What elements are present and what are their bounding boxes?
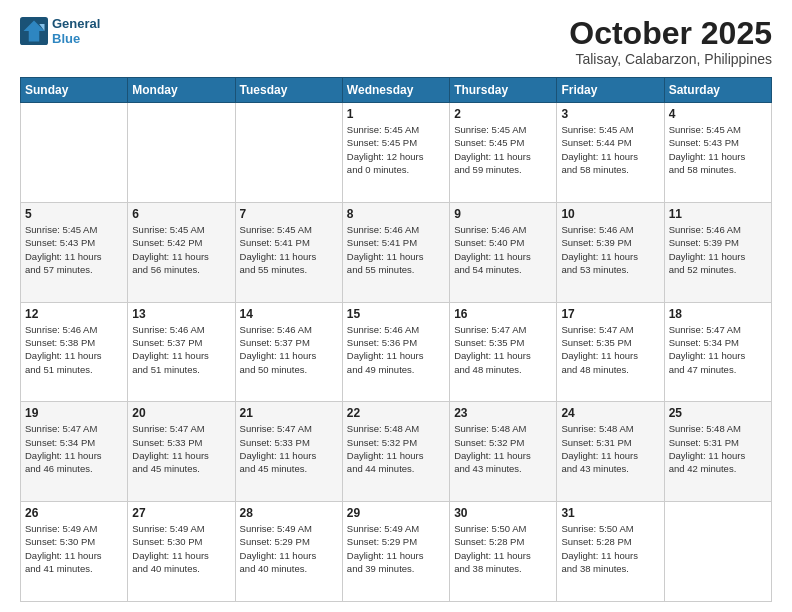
day-number: 1 bbox=[347, 107, 445, 121]
day-info: Sunrise: 5:45 AM Sunset: 5:43 PM Dayligh… bbox=[25, 223, 123, 276]
day-number: 26 bbox=[25, 506, 123, 520]
day-info: Sunrise: 5:48 AM Sunset: 5:32 PM Dayligh… bbox=[347, 422, 445, 475]
logo-icon bbox=[20, 17, 48, 45]
calendar-cell bbox=[235, 103, 342, 203]
day-info: Sunrise: 5:45 AM Sunset: 5:41 PM Dayligh… bbox=[240, 223, 338, 276]
day-number: 6 bbox=[132, 207, 230, 221]
calendar-week-2: 12Sunrise: 5:46 AM Sunset: 5:38 PM Dayli… bbox=[21, 302, 772, 402]
day-number: 16 bbox=[454, 307, 552, 321]
day-info: Sunrise: 5:49 AM Sunset: 5:29 PM Dayligh… bbox=[347, 522, 445, 575]
location: Talisay, Calabarzon, Philippines bbox=[569, 51, 772, 67]
calendar-week-3: 19Sunrise: 5:47 AM Sunset: 5:34 PM Dayli… bbox=[21, 402, 772, 502]
calendar-cell: 7Sunrise: 5:45 AM Sunset: 5:41 PM Daylig… bbox=[235, 202, 342, 302]
day-number: 24 bbox=[561, 406, 659, 420]
day-number: 7 bbox=[240, 207, 338, 221]
day-number: 12 bbox=[25, 307, 123, 321]
day-number: 11 bbox=[669, 207, 767, 221]
page-container: General Blue October 2025 Talisay, Calab… bbox=[0, 0, 792, 612]
calendar-cell bbox=[128, 103, 235, 203]
month-title: October 2025 bbox=[569, 16, 772, 51]
day-header-saturday: Saturday bbox=[664, 78, 771, 103]
day-number: 9 bbox=[454, 207, 552, 221]
calendar-cell bbox=[21, 103, 128, 203]
day-number: 21 bbox=[240, 406, 338, 420]
calendar-cell: 27Sunrise: 5:49 AM Sunset: 5:30 PM Dayli… bbox=[128, 502, 235, 602]
day-info: Sunrise: 5:46 AM Sunset: 5:39 PM Dayligh… bbox=[669, 223, 767, 276]
calendar-cell: 31Sunrise: 5:50 AM Sunset: 5:28 PM Dayli… bbox=[557, 502, 664, 602]
calendar-cell: 4Sunrise: 5:45 AM Sunset: 5:43 PM Daylig… bbox=[664, 103, 771, 203]
day-number: 28 bbox=[240, 506, 338, 520]
calendar-cell: 11Sunrise: 5:46 AM Sunset: 5:39 PM Dayli… bbox=[664, 202, 771, 302]
calendar-cell: 13Sunrise: 5:46 AM Sunset: 5:37 PM Dayli… bbox=[128, 302, 235, 402]
day-info: Sunrise: 5:46 AM Sunset: 5:37 PM Dayligh… bbox=[132, 323, 230, 376]
day-info: Sunrise: 5:48 AM Sunset: 5:31 PM Dayligh… bbox=[669, 422, 767, 475]
day-info: Sunrise: 5:47 AM Sunset: 5:33 PM Dayligh… bbox=[240, 422, 338, 475]
day-header-sunday: Sunday bbox=[21, 78, 128, 103]
day-info: Sunrise: 5:49 AM Sunset: 5:29 PM Dayligh… bbox=[240, 522, 338, 575]
day-info: Sunrise: 5:47 AM Sunset: 5:34 PM Dayligh… bbox=[25, 422, 123, 475]
day-number: 14 bbox=[240, 307, 338, 321]
calendar-week-0: 1Sunrise: 5:45 AM Sunset: 5:45 PM Daylig… bbox=[21, 103, 772, 203]
day-info: Sunrise: 5:50 AM Sunset: 5:28 PM Dayligh… bbox=[561, 522, 659, 575]
day-number: 13 bbox=[132, 307, 230, 321]
day-number: 3 bbox=[561, 107, 659, 121]
day-info: Sunrise: 5:48 AM Sunset: 5:32 PM Dayligh… bbox=[454, 422, 552, 475]
day-number: 2 bbox=[454, 107, 552, 121]
calendar-cell: 1Sunrise: 5:45 AM Sunset: 5:45 PM Daylig… bbox=[342, 103, 449, 203]
calendar-cell: 22Sunrise: 5:48 AM Sunset: 5:32 PM Dayli… bbox=[342, 402, 449, 502]
day-info: Sunrise: 5:46 AM Sunset: 5:41 PM Dayligh… bbox=[347, 223, 445, 276]
day-info: Sunrise: 5:48 AM Sunset: 5:31 PM Dayligh… bbox=[561, 422, 659, 475]
day-info: Sunrise: 5:45 AM Sunset: 5:45 PM Dayligh… bbox=[347, 123, 445, 176]
calendar-cell: 9Sunrise: 5:46 AM Sunset: 5:40 PM Daylig… bbox=[450, 202, 557, 302]
calendar-cell: 21Sunrise: 5:47 AM Sunset: 5:33 PM Dayli… bbox=[235, 402, 342, 502]
calendar-cell: 3Sunrise: 5:45 AM Sunset: 5:44 PM Daylig… bbox=[557, 103, 664, 203]
day-number: 10 bbox=[561, 207, 659, 221]
day-info: Sunrise: 5:45 AM Sunset: 5:44 PM Dayligh… bbox=[561, 123, 659, 176]
day-header-monday: Monday bbox=[128, 78, 235, 103]
calendar-cell: 24Sunrise: 5:48 AM Sunset: 5:31 PM Dayli… bbox=[557, 402, 664, 502]
day-header-wednesday: Wednesday bbox=[342, 78, 449, 103]
day-number: 27 bbox=[132, 506, 230, 520]
calendar-cell: 26Sunrise: 5:49 AM Sunset: 5:30 PM Dayli… bbox=[21, 502, 128, 602]
calendar-cell: 30Sunrise: 5:50 AM Sunset: 5:28 PM Dayli… bbox=[450, 502, 557, 602]
day-info: Sunrise: 5:46 AM Sunset: 5:40 PM Dayligh… bbox=[454, 223, 552, 276]
day-number: 4 bbox=[669, 107, 767, 121]
day-info: Sunrise: 5:46 AM Sunset: 5:37 PM Dayligh… bbox=[240, 323, 338, 376]
day-number: 17 bbox=[561, 307, 659, 321]
calendar-header-row: SundayMondayTuesdayWednesdayThursdayFrid… bbox=[21, 78, 772, 103]
day-number: 31 bbox=[561, 506, 659, 520]
day-info: Sunrise: 5:47 AM Sunset: 5:33 PM Dayligh… bbox=[132, 422, 230, 475]
day-number: 25 bbox=[669, 406, 767, 420]
header: General Blue October 2025 Talisay, Calab… bbox=[20, 16, 772, 67]
calendar-cell: 16Sunrise: 5:47 AM Sunset: 5:35 PM Dayli… bbox=[450, 302, 557, 402]
day-info: Sunrise: 5:49 AM Sunset: 5:30 PM Dayligh… bbox=[132, 522, 230, 575]
day-info: Sunrise: 5:46 AM Sunset: 5:36 PM Dayligh… bbox=[347, 323, 445, 376]
day-number: 5 bbox=[25, 207, 123, 221]
logo: General Blue bbox=[20, 16, 100, 46]
calendar-cell: 20Sunrise: 5:47 AM Sunset: 5:33 PM Dayli… bbox=[128, 402, 235, 502]
calendar-cell: 6Sunrise: 5:45 AM Sunset: 5:42 PM Daylig… bbox=[128, 202, 235, 302]
day-number: 18 bbox=[669, 307, 767, 321]
day-info: Sunrise: 5:46 AM Sunset: 5:39 PM Dayligh… bbox=[561, 223, 659, 276]
day-number: 15 bbox=[347, 307, 445, 321]
calendar-cell: 17Sunrise: 5:47 AM Sunset: 5:35 PM Dayli… bbox=[557, 302, 664, 402]
calendar-cell: 5Sunrise: 5:45 AM Sunset: 5:43 PM Daylig… bbox=[21, 202, 128, 302]
day-number: 22 bbox=[347, 406, 445, 420]
calendar-cell: 28Sunrise: 5:49 AM Sunset: 5:29 PM Dayli… bbox=[235, 502, 342, 602]
calendar-cell: 12Sunrise: 5:46 AM Sunset: 5:38 PM Dayli… bbox=[21, 302, 128, 402]
day-header-thursday: Thursday bbox=[450, 78, 557, 103]
day-info: Sunrise: 5:45 AM Sunset: 5:42 PM Dayligh… bbox=[132, 223, 230, 276]
calendar-cell: 19Sunrise: 5:47 AM Sunset: 5:34 PM Dayli… bbox=[21, 402, 128, 502]
day-info: Sunrise: 5:47 AM Sunset: 5:35 PM Dayligh… bbox=[561, 323, 659, 376]
calendar-week-4: 26Sunrise: 5:49 AM Sunset: 5:30 PM Dayli… bbox=[21, 502, 772, 602]
calendar-cell: 14Sunrise: 5:46 AM Sunset: 5:37 PM Dayli… bbox=[235, 302, 342, 402]
calendar-cell: 8Sunrise: 5:46 AM Sunset: 5:41 PM Daylig… bbox=[342, 202, 449, 302]
day-info: Sunrise: 5:47 AM Sunset: 5:34 PM Dayligh… bbox=[669, 323, 767, 376]
calendar-cell: 25Sunrise: 5:48 AM Sunset: 5:31 PM Dayli… bbox=[664, 402, 771, 502]
day-number: 23 bbox=[454, 406, 552, 420]
calendar-cell: 15Sunrise: 5:46 AM Sunset: 5:36 PM Dayli… bbox=[342, 302, 449, 402]
day-info: Sunrise: 5:50 AM Sunset: 5:28 PM Dayligh… bbox=[454, 522, 552, 575]
day-info: Sunrise: 5:45 AM Sunset: 5:45 PM Dayligh… bbox=[454, 123, 552, 176]
day-info: Sunrise: 5:49 AM Sunset: 5:30 PM Dayligh… bbox=[25, 522, 123, 575]
calendar-cell: 23Sunrise: 5:48 AM Sunset: 5:32 PM Dayli… bbox=[450, 402, 557, 502]
